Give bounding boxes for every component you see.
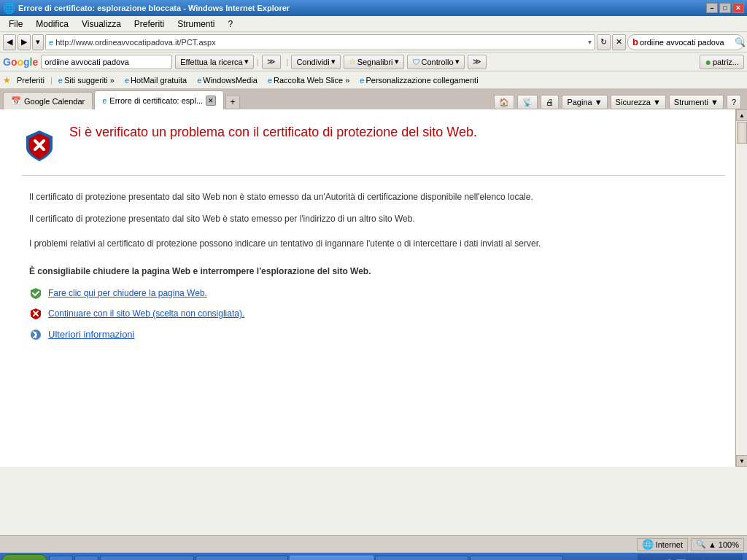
taskbar-item-0[interactable]: 📄 CARTA INTESTA... [100,556,194,560]
cert-error-body: Il certificato di protezione presentato … [22,190,725,342]
taskbar: ⊞ Start 🌐 🌐 📄 CARTA INTESTA... 🌐 Libero … [0,553,747,560]
tab-1[interactable]: 📅 Google Calendar [3,92,93,109]
home-button[interactable]: 🏠 [494,95,514,109]
rss-button[interactable]: 📡 [517,95,538,109]
forward-button[interactable]: ▶ [18,34,31,50]
continue-link[interactable]: Continuare con il sito Web (scelta non c… [48,307,244,320]
close-page-link[interactable]: Fare clic qui per chiudere la pagina Web… [48,287,207,300]
scroll-down-button[interactable]: ▼ [736,455,747,467]
search-bar: b 🔍 [627,34,744,50]
taskbar-item-2[interactable]: 🌐 Errore di certifi... [290,556,374,560]
taskbar-item-3[interactable]: 📧 Outlook oggi - Mi... [375,556,468,560]
taskbar-ie2-icon[interactable]: 🌐 [74,556,98,560]
scroll-up-button[interactable]: ▲ [736,109,747,121]
menu-strumenti[interactable]: Strumenti [171,18,220,31]
address-input[interactable] [55,38,588,47]
controllo-button[interactable]: 🛡 Controllo ▾ [407,55,465,69]
windows-media-link[interactable]: e WindowsMedia [193,74,262,86]
browser-window: File Modifica Visualizza Preferiti Strum… [0,16,747,553]
cert-para-1: Il certificato di protezione presentato … [29,190,718,203]
google-search-input[interactable] [41,55,172,69]
google-toolbar: Google Effettua la ricerca ▾ | ≫ | Condi… [0,52,747,71]
bing-logo: b [632,36,638,47]
favorites-label[interactable]: Preferiti [12,74,49,86]
address-dropdown[interactable]: ▾ [588,38,592,46]
tab-close-button[interactable]: ✕ [206,96,216,106]
toolbar-right: 🏠 📡 🖨 Pagina ▼ Sicurezza ▼ Strumenti ▼ ? [491,95,744,109]
start-button[interactable]: ⊞ Start [1,554,47,560]
cert-action-1: Fare clic qui per chiudere la pagina Web… [29,287,718,300]
certificate-error-page: Si è verificato un problema con il certi… [0,109,747,364]
ie-icon: 🌐 [3,2,15,14]
tab-2-active[interactable]: e Errore di certificato: espl... ✕ [94,90,224,109]
cert-action-3: Ulteriori informazioni [29,327,718,342]
menu-bar: File Modifica Visualizza Preferiti Strum… [0,16,747,32]
content-area: ▲ ▼ [0,109,747,535]
condividi-button[interactable]: Condividi ▾ [291,55,340,69]
zoom-icon: 🔍 [696,540,706,549]
address-bar: e ▾ [45,34,595,50]
stop-button[interactable]: ✕ [612,34,626,50]
window-title: Errore di certificato: esplorazione bloc… [18,4,290,12]
search-button[interactable]: 🔍 [735,37,746,47]
window-title-area: 🌐 Errore di certificato: esplorazione bl… [3,2,290,14]
internet-globe-icon: 🌐 [642,539,654,550]
back-button[interactable]: ◀ [3,34,16,50]
favorites-bar: ★ Preferiti | e Siti suggeriti » e HotMa… [0,71,747,89]
menu-visualizza[interactable]: Visualizza [76,18,127,31]
dropdown-button[interactable]: ▾ [32,34,44,50]
system-tray: IT ⌨ 🔊 📶 🛡 🔒 15.37 [635,554,746,560]
toolbar-more-button[interactable]: ≫ [468,55,487,69]
refresh-button[interactable]: ↻ [597,34,611,50]
page-content: ▲ ▼ [0,109,747,467]
zone-indicator: 🌐 Internet [637,538,688,551]
cert-action-2: Continuare con il sito Web (scelta non c… [29,307,718,320]
print-button[interactable]: 🖨 [541,95,559,109]
google-search-button[interactable]: Effettua la ricerca ▾ [175,55,253,69]
red-shield-icon [29,307,42,320]
more-info-link[interactable]: Ulteriori informazioni [48,327,134,342]
hotmail-link[interactable]: e HotMail gratuita [120,74,191,86]
user-button[interactable]: ● patriz... [700,55,744,69]
scrollbar[interactable]: ▲ ▼ [735,109,747,467]
navigation-bar: ◀ ▶ ▾ e ▾ ↻ ✕ b 🔍 [0,32,747,52]
siti-suggeriti[interactable]: e Siti suggeriti » [54,74,119,86]
zoom-level: ▲ [708,540,716,549]
page-icon: e [49,38,53,47]
window-controls: – □ ✕ [706,3,744,13]
zoom-indicator: 🔍 ▲ 100% [691,538,744,551]
help-button[interactable]: ? [727,95,741,109]
cert-shield-icon [22,128,58,164]
minimize-button[interactable]: – [706,3,718,13]
segnalibri-button[interactable]: ☆ Segnalibri ▾ [344,55,404,69]
info-icon [29,328,42,341]
toolbar-extra-button[interactable]: ≫ [262,55,281,69]
menu-preferiti[interactable]: Preferiti [128,18,170,31]
sys-tray-area: IT ⌨ 🔊 📶 🛡 🔒 15.37 [638,554,743,560]
favorites-star: ★ [3,75,11,85]
new-tab-button[interactable]: + [225,95,240,109]
taskbar-ie-icon[interactable]: 🌐 [49,556,73,560]
menu-help[interactable]: ? [222,18,239,31]
cert-error-title: Si è verificato un problema con il certi… [69,124,477,141]
tabs-bar: 📅 Google Calendar e Errore di certificat… [0,89,747,109]
tools-menu[interactable]: Strumenti ▼ [669,95,724,109]
google-logo: Google [3,56,38,68]
cert-error-header: Si è verificato un problema con il certi… [22,124,725,176]
cert-recommendation: È consigliabile chiudere la pagina Web e… [29,265,718,278]
title-bar: 🌐 Errore di certificato: esplorazione bl… [0,0,747,16]
taskbar-item-1[interactable]: 🌐 Libero Mail - Win... [196,556,288,560]
menu-file[interactable]: File [3,18,28,31]
maximize-button[interactable]: □ [719,3,731,13]
security-menu[interactable]: Sicurezza ▼ [611,95,666,109]
personalizzazione-link[interactable]: e Personalizzazione collegamenti [355,74,482,86]
close-button[interactable]: ✕ [732,3,744,13]
taskbar-item-4[interactable]: 📄 Documento2 - Mi... [470,556,563,560]
cert-para-2: Il certificato di protezione presentato … [29,212,718,225]
page-menu[interactable]: Pagina ▼ [562,95,607,109]
scroll-thumb[interactable] [737,122,747,144]
search-input[interactable] [640,38,735,47]
raccolta-link[interactable]: e Raccolta Web Slice » [263,74,354,86]
status-bar: 🌐 Internet 🔍 ▲ 100% [0,535,747,553]
menu-modifica[interactable]: Modifica [30,18,74,31]
